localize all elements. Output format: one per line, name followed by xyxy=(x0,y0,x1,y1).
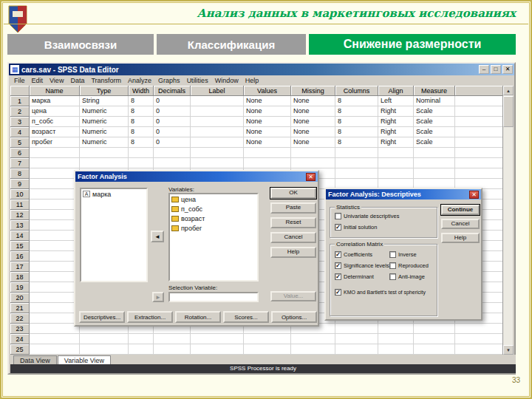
grid-cell[interactable]: None xyxy=(244,106,291,117)
scroll-down-icon[interactable]: ▼ xyxy=(503,345,514,355)
grid-cell[interactable]: None xyxy=(291,96,335,106)
grid-cell[interactable]: Numeric xyxy=(80,127,129,137)
continue-button[interactable]: Continue xyxy=(441,205,480,215)
column-header[interactable]: Name xyxy=(30,86,80,96)
grid-cell[interactable]: Left xyxy=(378,96,414,106)
column-header[interactable]: Measure xyxy=(414,86,455,96)
scroll-up-icon[interactable]: ▲ xyxy=(503,86,514,95)
checkbox-reproduced[interactable]: Reproduced xyxy=(389,262,429,269)
grid-cell[interactable] xyxy=(30,231,80,241)
grid-cell[interactable] xyxy=(30,179,80,189)
checkbox-box[interactable] xyxy=(335,213,341,219)
row-number[interactable]: 12 xyxy=(10,210,30,220)
help-button[interactable]: Help xyxy=(441,233,480,243)
vertical-scrollbar[interactable]: ▲ ▼ xyxy=(502,86,513,355)
grid-cell[interactable]: None xyxy=(291,127,335,137)
grid-cell[interactable]: цена xyxy=(30,106,80,117)
grid-cell[interactable] xyxy=(191,137,244,148)
grid-cell[interactable] xyxy=(154,344,191,355)
row-number[interactable]: 19 xyxy=(10,282,30,293)
grid-cell[interactable] xyxy=(191,334,244,344)
list-item[interactable]: цена xyxy=(170,194,257,204)
menu-utilities[interactable]: Utilities xyxy=(184,77,211,84)
checkbox-box[interactable]: ✓ xyxy=(335,289,341,296)
cancel-button[interactable]: Cancel xyxy=(270,232,316,243)
checkbox-determinant[interactable]: ✓ Determinant xyxy=(335,273,374,280)
grid-cell[interactable]: None xyxy=(244,117,291,127)
row-number[interactable]: 4 xyxy=(10,127,30,137)
row-number[interactable]: 20 xyxy=(10,293,30,303)
grid-cell[interactable]: None xyxy=(291,117,335,127)
grid-cell[interactable]: 0 xyxy=(154,117,191,127)
grid-cell[interactable] xyxy=(244,158,291,168)
grid-cell[interactable]: 8 xyxy=(129,106,154,117)
grid-cell[interactable] xyxy=(154,334,191,344)
checkbox-box[interactable] xyxy=(389,262,396,269)
grid-cell[interactable] xyxy=(291,158,335,168)
rotation-button[interactable]: Rotation... xyxy=(175,311,221,323)
checkbox-initial-solution[interactable]: ✓ Initial solution xyxy=(335,224,377,231)
grid-cell[interactable] xyxy=(191,158,244,168)
list-item[interactable]: пробег xyxy=(170,223,257,233)
grid-cell[interactable] xyxy=(335,148,378,158)
grid-cell[interactable] xyxy=(30,344,80,355)
checkbox-kmo-bartlett[interactable]: ✓ KMO and Bartlett's test of sphericity xyxy=(335,289,426,296)
row-number[interactable]: 5 xyxy=(10,137,30,148)
row-number[interactable]: 25 xyxy=(10,344,30,355)
grid-cell[interactable] xyxy=(30,293,80,303)
menu-window[interactable]: Window xyxy=(212,77,242,84)
grid-cell[interactable]: 8 xyxy=(335,137,378,148)
row-number[interactable]: 8 xyxy=(10,168,30,179)
grid-cell[interactable] xyxy=(191,148,244,158)
checkbox-inverse[interactable]: Inverse xyxy=(389,251,417,258)
table-row[interactable]: 3 п_собс Numeric 8 0 None None 8 Right S… xyxy=(10,117,505,127)
menu-help[interactable]: Help xyxy=(242,77,262,84)
grid-cell[interactable] xyxy=(335,168,378,179)
grid-cell[interactable] xyxy=(291,334,335,344)
grid-cell[interactable] xyxy=(414,324,455,334)
checkbox-significance-levels[interactable]: ✓ Significance levels xyxy=(335,262,389,269)
grid-cell[interactable] xyxy=(191,344,244,355)
grid-cell[interactable] xyxy=(30,168,80,179)
close-icon[interactable]: ✕ xyxy=(306,173,316,181)
grid-cell[interactable] xyxy=(129,158,154,168)
table-row[interactable]: 1 марка String 8 0 None None 8 Left Nomi… xyxy=(10,96,505,106)
minimize-button[interactable]: – xyxy=(479,65,489,74)
column-header[interactable]: Missing xyxy=(291,86,335,96)
grid-cell[interactable] xyxy=(30,220,80,231)
table-row[interactable]: 7 xyxy=(10,158,505,168)
row-number[interactable]: 3 xyxy=(10,117,30,127)
row-number[interactable]: 15 xyxy=(10,241,30,251)
grid-cell[interactable] xyxy=(154,158,191,168)
grid-cell[interactable]: Numeric xyxy=(80,137,129,148)
checkbox-anti-image[interactable]: Anti-image xyxy=(389,273,425,280)
close-button[interactable]: ✕ xyxy=(502,65,513,74)
cancel-button[interactable]: Cancel xyxy=(441,219,480,229)
grid-cell[interactable] xyxy=(30,148,80,158)
checkbox-box[interactable]: ✓ xyxy=(335,224,341,231)
selection-variable-field[interactable] xyxy=(168,292,259,302)
scores-button[interactable]: Scores... xyxy=(223,311,269,323)
grid-cell[interactable]: возраст xyxy=(30,127,80,137)
close-icon[interactable]: ✕ xyxy=(469,191,479,199)
ok-button[interactable]: OK xyxy=(270,188,316,199)
row-number[interactable]: 9 xyxy=(10,179,30,189)
grid-cell[interactable]: 0 xyxy=(154,127,191,137)
grid-cell[interactable] xyxy=(30,282,80,293)
grid-cell[interactable] xyxy=(244,334,291,344)
grid-cell[interactable]: марка xyxy=(30,96,80,106)
row-number[interactable]: 18 xyxy=(10,272,30,282)
grid-cell[interactable]: 0 xyxy=(154,137,191,148)
column-header[interactable]: Width xyxy=(129,86,154,96)
grid-cell[interactable] xyxy=(30,251,80,262)
maximize-button[interactable]: □ xyxy=(491,65,501,74)
grid-cell[interactable] xyxy=(335,334,378,344)
grid-cell[interactable] xyxy=(30,334,80,344)
grid-cell[interactable]: Right xyxy=(378,127,414,137)
grid-cell[interactable] xyxy=(378,334,414,344)
tab-data-view[interactable]: Data View xyxy=(13,355,57,364)
descriptives-button[interactable]: Descriptives... xyxy=(79,311,125,323)
grid-cell[interactable] xyxy=(80,158,129,168)
grid-cell[interactable] xyxy=(378,148,414,158)
grid-cell[interactable]: Right xyxy=(378,137,414,148)
